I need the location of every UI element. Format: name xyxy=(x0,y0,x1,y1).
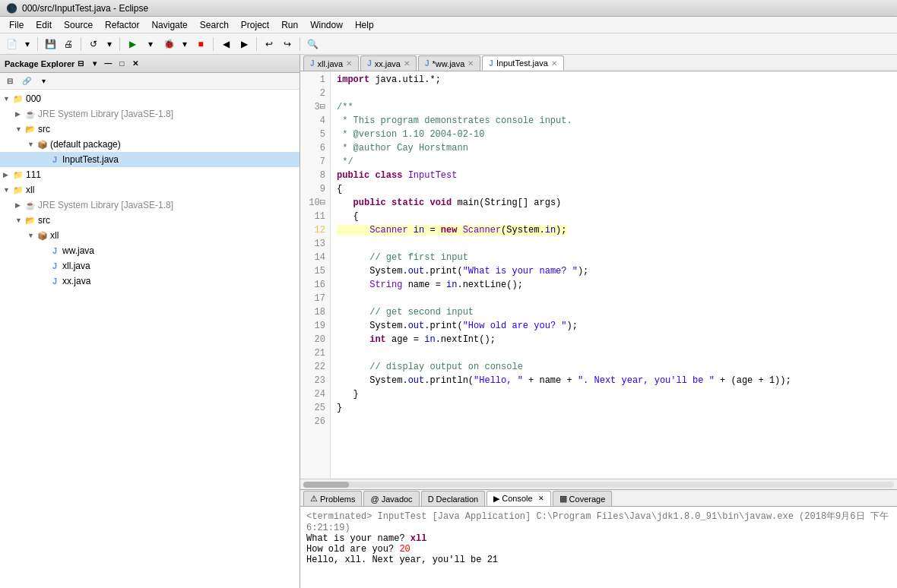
tree-item-xll-src[interactable]: ▼ 📂 src xyxy=(0,213,300,228)
menu-help[interactable]: Help xyxy=(349,18,380,32)
tab-xll-close[interactable]: ✕ xyxy=(346,59,352,68)
menu-file[interactable]: File xyxy=(3,18,30,32)
menu-search[interactable]: Search xyxy=(194,18,235,32)
tree-arrow-000-src[interactable]: ▼ xyxy=(15,125,24,133)
tab-declaration[interactable]: D Declaration xyxy=(421,491,486,506)
code-editor[interactable]: import java.util.*; /** * This program d… xyxy=(331,71,897,479)
tree-arrow-000-default[interactable]: ▼ xyxy=(27,141,36,148)
tree-arrow-xll-pkg[interactable]: ▼ xyxy=(27,232,36,239)
console-input2: 20 xyxy=(399,544,410,555)
tree-label-000-src: src xyxy=(38,124,50,134)
menu-source[interactable]: Source xyxy=(58,18,99,32)
editor-scrollbar[interactable] xyxy=(300,479,897,489)
console-terminated: <terminated> InputTest [Java Application… xyxy=(306,510,891,533)
pe-link-editor[interactable]: 🔗 xyxy=(18,73,35,90)
undo-button[interactable]: ↩ xyxy=(261,36,277,52)
declaration-label: Declaration xyxy=(436,495,479,504)
tree-item-xll-java[interactable]: ▶ J xll.java xyxy=(0,258,300,273)
tab-console[interactable]: ▶ Console ✕ xyxy=(487,491,550,506)
tab-xx-close[interactable]: ✕ xyxy=(404,59,410,68)
pe-menu-btn[interactable]: ▾ xyxy=(88,58,100,70)
tab-xx-icon: J xyxy=(367,59,372,68)
tree-item-xll[interactable]: ▼ 📁 xll xyxy=(0,182,300,198)
tree-arrow-xll[interactable]: ▼ xyxy=(3,186,12,194)
tab-xll[interactable]: J xll.java ✕ xyxy=(303,55,359,71)
tab-coverage[interactable]: ▦ Coverage xyxy=(553,491,613,506)
tab-ww-close[interactable]: ✕ xyxy=(468,59,474,68)
print-button[interactable]: 🖨 xyxy=(60,36,77,52)
tab-xx[interactable]: J xx.java ✕ xyxy=(360,55,417,71)
main-area: Package Explorer ⊟ ▾ — □ ✕ ⊟ 🔗 ▾ ▼ 📁 000 xyxy=(0,55,897,588)
pe-maximize-btn[interactable]: □ xyxy=(116,58,128,70)
menu-run[interactable]: Run xyxy=(275,18,304,32)
pe-minimize-btn[interactable]: — xyxy=(102,58,114,70)
tab-inputtest[interactable]: J InputTest.java ✕ xyxy=(482,55,563,71)
save-button[interactable]: 💾 xyxy=(42,36,59,52)
tree-arrow-000[interactable]: ▼ xyxy=(3,95,12,103)
tree-label-000-default: (default package) xyxy=(50,139,121,150)
tree-label-inputtest: InputTest.java xyxy=(62,154,119,165)
java-file-icon: J xyxy=(49,153,61,166)
tree-item-000-jre[interactable]: ▶ ☕ JRE System Library [JavaSE-1.8] xyxy=(0,106,300,122)
coverage-icon: ▦ xyxy=(559,494,567,504)
run-button[interactable]: ▶ xyxy=(124,36,141,52)
tree-arrow-111[interactable]: ▶ xyxy=(3,171,12,179)
scrollbar-thumb[interactable] xyxy=(303,482,349,488)
pe-tree: ▼ 📁 000 ▶ ☕ JRE System Library [JavaSE-1… xyxy=(0,90,300,588)
tree-arrow-xll-src[interactable]: ▼ xyxy=(15,217,24,224)
stop-button[interactable]: ■ xyxy=(192,36,209,52)
debug-dropdown[interactable]: ▾ xyxy=(179,36,191,52)
title-bar: 🌑 000/src/InputTest.java - Eclipse xyxy=(0,0,897,17)
tree-item-xll-jre[interactable]: ▶ ☕ JRE System Library [JavaSE-1.8] xyxy=(0,198,300,213)
menu-edit[interactable]: Edit xyxy=(30,18,58,32)
tree-label-111: 111 xyxy=(26,169,41,180)
tab-javadoc[interactable]: @ Javadoc xyxy=(363,491,419,506)
problems-icon: ⚠ xyxy=(310,494,318,504)
tree-label-xll-src: src xyxy=(38,215,50,226)
pe-collapse-btn[interactable]: ⊟ xyxy=(74,58,87,70)
prev-button[interactable]: ◀ xyxy=(217,36,234,52)
pe-close-btn[interactable]: ✕ xyxy=(129,58,141,70)
tree-item-000-src[interactable]: ▼ 📂 src xyxy=(0,122,300,137)
tab-inputtest-close[interactable]: ✕ xyxy=(551,59,557,68)
redo-button[interactable]: ↪ xyxy=(279,36,296,52)
refresh-button[interactable]: ↺ xyxy=(85,36,102,52)
run-dropdown[interactable]: ▾ xyxy=(142,36,159,52)
menu-project[interactable]: Project xyxy=(235,18,275,32)
tree-item-111[interactable]: ▶ 📁 111 xyxy=(0,167,300,182)
menu-refactor[interactable]: Refactor xyxy=(99,18,145,32)
tree-item-000[interactable]: ▼ 📁 000 xyxy=(0,91,300,106)
debug-button[interactable]: 🐞 xyxy=(160,36,177,52)
console-what-is: What is your name? xyxy=(306,533,410,544)
pe-toolbar: ⊟ 🔗 ▾ xyxy=(0,73,300,90)
pe-header: Package Explorer ⊟ ▾ — □ ✕ xyxy=(0,55,300,73)
tab-ww[interactable]: J *ww.java ✕ xyxy=(418,55,480,71)
tab-xll-icon: J xyxy=(310,59,315,68)
tree-arrow-xll-jre[interactable]: ▶ xyxy=(15,201,24,209)
console-close-icon[interactable]: ✕ xyxy=(538,495,544,502)
menu-bar: File Edit Source Refactor Navigate Searc… xyxy=(0,17,897,33)
tree-label-xll-pkg: xll xyxy=(50,230,59,241)
new-button[interactable]: 📄 xyxy=(3,36,20,52)
coverage-label: Coverage xyxy=(569,495,606,504)
refresh-dropdown[interactable]: ▾ xyxy=(103,36,116,52)
scrollbar-track[interactable] xyxy=(303,482,894,488)
console-how-old: How old are you? xyxy=(306,544,399,555)
console-term-text: <terminated> InputTest [Java Application… xyxy=(306,511,889,533)
tree-arrow-000-jre[interactable]: ▶ xyxy=(15,110,24,118)
declaration-icon: D xyxy=(428,495,434,504)
tree-item-inputtest[interactable]: ▶ J InputTest.java xyxy=(0,152,300,167)
tree-item-ww[interactable]: ▶ J ww.java xyxy=(0,243,300,258)
tree-item-000-default[interactable]: ▼ 📦 (default package) xyxy=(0,137,300,152)
pe-view-menu[interactable]: ▾ xyxy=(35,73,52,90)
new-dropdown[interactable]: ▾ xyxy=(21,36,33,52)
menu-window[interactable]: Window xyxy=(304,18,349,32)
next-button[interactable]: ▶ xyxy=(236,36,252,52)
menu-navigate[interactable]: Navigate xyxy=(145,18,193,32)
tree-item-xx[interactable]: ▶ J xx.java xyxy=(0,273,300,289)
pe-collapse-all[interactable]: ⊟ xyxy=(2,73,18,90)
tab-problems[interactable]: ⚠ Problems xyxy=(303,491,362,506)
xll-pkg-icon: 📦 xyxy=(36,229,49,242)
tree-item-xll-pkg[interactable]: ▼ 📦 xll xyxy=(0,228,300,243)
search-button[interactable]: 🔍 xyxy=(304,36,321,52)
